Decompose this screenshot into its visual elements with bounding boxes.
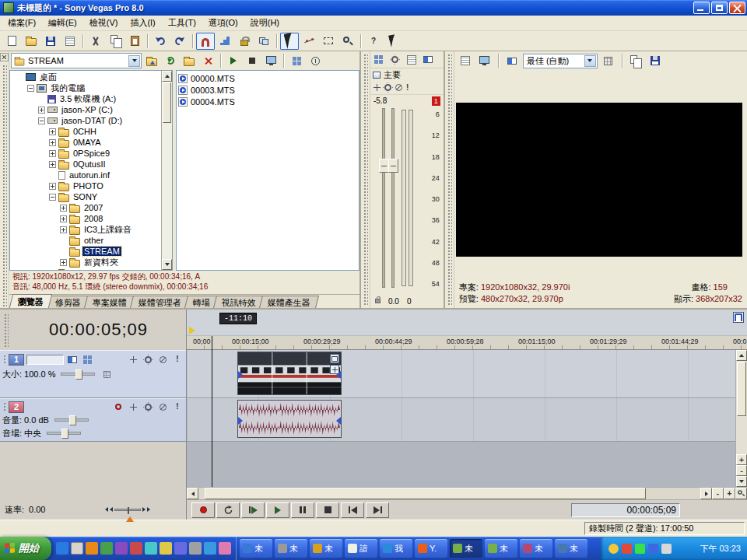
track-fx-button[interactable] xyxy=(142,354,154,366)
slider-thumb[interactable] xyxy=(61,429,68,439)
pan-icon[interactable] xyxy=(374,84,381,91)
expand-icon[interactable] xyxy=(38,107,45,114)
expand-icon[interactable] xyxy=(49,150,56,157)
fader-track-left[interactable] xyxy=(382,108,385,288)
redo-button[interactable] xyxy=(170,33,189,50)
task-button[interactable]: Y. xyxy=(415,539,447,558)
tree-item-stream-selected[interactable]: STREAM xyxy=(10,246,161,257)
tree-item-file[interactable]: autorun.inf xyxy=(10,170,161,180)
cut-button[interactable] xyxy=(86,33,105,50)
project-video-properties-button[interactable] xyxy=(457,53,474,68)
split-screen-button[interactable] xyxy=(503,53,521,68)
quicklaunch-icon[interactable] xyxy=(204,542,216,555)
go-to-end-button[interactable] xyxy=(366,502,389,518)
track-fx-button[interactable] xyxy=(142,401,154,413)
enable-snapping-button[interactable] xyxy=(196,33,215,50)
media-player-icon[interactable] xyxy=(86,542,98,555)
copy-button[interactable] xyxy=(106,33,124,50)
audio-track-row[interactable] xyxy=(187,398,747,442)
track-name-field[interactable] xyxy=(26,355,64,365)
vertical-scrollbar[interactable]: + - xyxy=(735,350,747,487)
trim-handle-left-icon[interactable] xyxy=(238,417,243,425)
track-level-slider[interactable] xyxy=(61,373,95,376)
record-arm-button[interactable] xyxy=(112,401,124,413)
up-folder-button[interactable] xyxy=(143,53,160,68)
play-from-start-button[interactable] xyxy=(241,502,265,518)
menu-file[interactable]: 檔案(F) xyxy=(2,16,42,30)
tree-item-desktop[interactable]: 桌面 xyxy=(10,72,161,82)
bypass-motion-blur-button[interactable] xyxy=(66,354,79,366)
event-pan-icon[interactable] xyxy=(330,365,339,374)
quicklaunch-icon[interactable] xyxy=(160,542,172,555)
menu-edit[interactable]: 編輯(E) xyxy=(42,16,83,30)
solo-icon[interactable]: ! xyxy=(406,84,409,92)
mute-button[interactable] xyxy=(156,354,169,366)
fader-track-right[interactable] xyxy=(391,108,395,288)
solo-button[interactable]: ! xyxy=(171,401,184,413)
fader-handle[interactable] xyxy=(388,159,398,173)
lock-fader-icon[interactable] xyxy=(375,299,381,303)
volume-slider[interactable] xyxy=(54,418,89,422)
close-panel-icon[interactable] xyxy=(0,53,9,61)
expand-icon[interactable] xyxy=(49,270,56,271)
mute-icon[interactable] xyxy=(395,84,402,91)
track-drag-handle[interactable] xyxy=(2,354,6,365)
expand-icon[interactable] xyxy=(49,139,56,146)
new-project-button[interactable] xyxy=(2,33,21,50)
tree-item-folder[interactable]: other xyxy=(10,235,161,246)
rate-marker-icon[interactable] xyxy=(126,516,134,522)
video-track-row[interactable] xyxy=(187,350,747,398)
timeline-empty-area[interactable] xyxy=(187,442,747,487)
tab-media-generators[interactable]: 媒體產生器 xyxy=(259,296,319,308)
edit-cursor[interactable] xyxy=(212,336,212,487)
project-properties-button[interactable] xyxy=(61,33,79,50)
drag-handle[interactable] xyxy=(447,53,452,306)
mixer-properties-button[interactable] xyxy=(405,53,419,67)
timecode-display[interactable]: 00:00:05;09 xyxy=(11,320,186,340)
go-to-start-button[interactable] xyxy=(341,502,364,518)
tree-item-folder[interactable]: IC3上課錄音 xyxy=(10,224,161,235)
composite-mode-button[interactable] xyxy=(81,354,93,366)
interactive-tutorials-button[interactable]: ? xyxy=(364,33,383,50)
quicklaunch-icon[interactable] xyxy=(100,542,113,555)
expand-icon[interactable] xyxy=(49,183,56,190)
video-display[interactable] xyxy=(456,103,742,257)
tree-item-computer[interactable]: 我的電腦 xyxy=(10,82,161,93)
quicklaunch-icon[interactable] xyxy=(219,542,231,555)
track-pan-button[interactable] xyxy=(127,401,139,413)
collapse-icon[interactable] xyxy=(38,117,45,124)
tray-icon[interactable] xyxy=(622,544,632,554)
scroll-up-icon[interactable] xyxy=(736,350,747,361)
insert-fx-button[interactable] xyxy=(388,53,402,67)
scroll-up-icon[interactable] xyxy=(162,71,172,82)
timeline-grip[interactable] xyxy=(0,310,11,350)
tab-trimmer[interactable]: 修剪器 xyxy=(47,296,89,308)
quicklaunch-icon[interactable] xyxy=(130,542,142,555)
expand-icon[interactable] xyxy=(49,128,56,135)
track-drag-handle[interactable] xyxy=(2,401,6,412)
quicklaunch-icon[interactable] xyxy=(174,542,187,555)
audio-event-clip[interactable] xyxy=(237,400,342,438)
tab-explorer[interactable]: 瀏覽器 xyxy=(9,294,52,308)
tree-item-folder[interactable]: 0MAYA xyxy=(10,137,161,148)
menu-options[interactable]: 選項(O) xyxy=(202,16,244,30)
ignore-event-grouping-button[interactable] xyxy=(254,33,273,50)
preview-quality-combo[interactable]: 最佳 (自動) xyxy=(523,54,598,68)
timeline-pin-icon[interactable] xyxy=(733,312,744,323)
track-header-video[interactable]: 1 ! 大小: 100.0 % xyxy=(0,350,186,398)
scroll-down-icon[interactable] xyxy=(736,476,747,487)
task-button[interactable]: 諳 xyxy=(345,539,377,558)
show-desktop-icon[interactable] xyxy=(71,542,83,555)
track-number[interactable]: 1 xyxy=(9,354,24,366)
solo-button[interactable]: ! xyxy=(171,354,184,366)
combo-dropdown-icon[interactable] xyxy=(128,55,140,67)
tray-icon[interactable] xyxy=(648,544,658,554)
media-properties-button[interactable] xyxy=(307,53,324,68)
task-button[interactable]: 未 xyxy=(275,539,307,558)
rate-slider[interactable] xyxy=(105,506,150,513)
pause-button[interactable] xyxy=(291,502,314,518)
tab-media-manager[interactable]: 媒體管理者 xyxy=(130,296,190,308)
file-item[interactable]: 00003.MTS xyxy=(178,84,357,96)
tab-project-media[interactable]: 專案媒體 xyxy=(84,296,135,308)
zoom-edit-tool-button[interactable] xyxy=(338,33,357,50)
